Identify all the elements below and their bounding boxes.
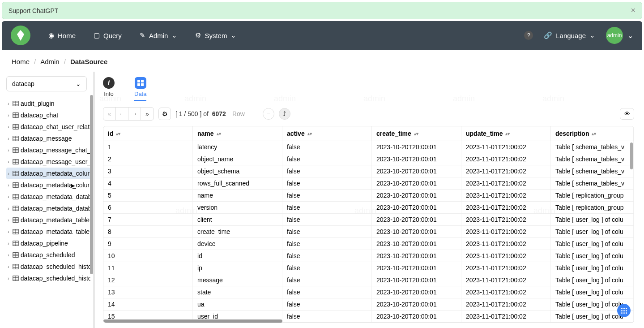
table-row[interactable]: 4rows_full_scannedfalse2023-10-20T20:00:… [103,177,634,190]
cell-create-time: 2023-10-20T20:00:01 [372,190,461,201]
cell-create-time: 2023-10-20T20:00:01 [372,165,461,177]
table-tree: ›audit_plugin›datacap_chat›datacap_chat_… [6,98,90,284]
cell-active: false [282,298,372,310]
table-icon [13,240,19,246]
breadcrumb-current: DataSource [70,58,107,65]
tree-item[interactable]: ›datacap_pipeline [6,237,90,249]
database-select[interactable]: datacap ⌄ [6,76,87,91]
language-selector[interactable]: 🔗 Language ⌄ [544,31,595,39]
table-row[interactable]: 14uafalse2023-10-20T20:00:012023-11-01T2… [103,298,634,311]
nav-home-label: Home [58,32,76,39]
view-button[interactable]: 👁 [620,108,634,120]
cell-name: name [193,190,282,201]
cell-active: false [282,177,372,189]
nav-home[interactable]: ◉ Home [48,31,76,39]
cell-name: create_time [193,226,282,237]
page-last-button[interactable]: » [141,108,154,120]
caret-icon: › [6,194,11,199]
column-header-description[interactable]: description▴▾ [551,126,634,141]
svg-rect-64 [137,80,140,82]
tree-item[interactable]: ›datacap_message_chat_ [6,144,90,156]
tree-item[interactable]: ›datacap_chat_user_relati [6,121,90,133]
table-row[interactable]: 13statefalse2023-10-20T20:00:012023-11-0… [103,286,634,298]
settings-button[interactable]: ⚙ [158,108,171,120]
tree-item[interactable]: ›datacap_metadata_datab [6,191,90,203]
cell-active: false [282,238,372,250]
nav-system[interactable]: ⚙ System ⌄ [195,31,236,39]
page-next-button[interactable]: → [128,108,141,120]
table-row[interactable]: 8create_timefalse2023-10-20T20:00:012023… [103,226,634,238]
tree-item[interactable]: ›datacap_message [6,133,90,144]
cell-create-time: 2023-10-20T20:00:01 [372,274,461,286]
column-header-id[interactable]: id▴▾ [103,126,193,141]
table-row[interactable]: 1latencyfalse2023-10-20T20:00:012023-11-… [103,141,634,153]
table-row[interactable]: 6versionfalse2023-10-20T20:00:012023-11-… [103,202,634,214]
table-scrollbar-horizontal[interactable] [103,319,282,323]
table-row[interactable]: 5namefalse2023-10-20T20:00:012023-11-01T… [103,190,634,202]
tree-item-label: datacap_scheduled_histo [21,263,90,270]
breadcrumb-admin[interactable]: Admin [40,58,60,65]
app-logo[interactable] [11,26,30,45]
page-prev-button[interactable]: ← [116,108,128,120]
cell-update-time: 2023-11-01T21:00:02 [461,274,551,286]
upload-icon: ⤴ [283,110,286,117]
tree-item[interactable]: ›datacap_scheduled_histo [6,261,90,272]
column-header-active[interactable]: active▴▾ [282,126,372,141]
nav-admin[interactable]: ✎ Admin ⌄ [140,31,178,39]
cell-id: 12 [103,274,193,286]
tab-info[interactable]: i Info [103,77,115,101]
table-row[interactable]: 2object_namefalse2023-10-20T20:00:012023… [103,153,634,165]
tree-item[interactable]: ›datacap_scheduled_histo [6,272,90,284]
table-scrollbar-vertical[interactable] [630,142,633,169]
admin-icon: ✎ [140,31,145,39]
cell-description: Table [ schema_tables_v [551,141,634,153]
tree-item[interactable]: ›datacap_metadata_colur [6,179,90,191]
breadcrumb-home[interactable]: Home [12,58,30,65]
tree-item[interactable]: ›datacap_chat [6,109,90,121]
tree-item[interactable]: ›datacap_scheduled [6,249,90,261]
cell-description: Table [ user_log ] of colu [551,226,634,237]
table-row[interactable]: 10idfalse2023-10-20T20:00:012023-11-01T2… [103,250,634,262]
column-header-create-time[interactable]: create_time▴▾ [372,126,461,141]
sort-icon: ▴▾ [414,133,418,135]
sidebar-scrollbar-vertical[interactable] [90,95,93,274]
cell-create-time: 2023-10-20T20:00:01 [372,298,461,310]
data-table: id▴▾ name▴▾ active▴▾ create_time▴▾ updat… [103,126,634,323]
cell-id: 13 [103,286,193,298]
caret-icon: › [6,241,11,246]
database-select-value: datacap [12,80,34,87]
tree-item-label: datacap_chat_user_relati [21,123,90,130]
table-row[interactable]: 9devicefalse2023-10-20T20:00:012023-11-0… [103,238,634,250]
cell-active: false [282,250,372,262]
close-icon[interactable]: × [631,6,635,15]
tree-item[interactable]: ›datacap_metadata_table [6,214,90,226]
column-header-update-time[interactable]: update_time▴▾ [461,126,551,141]
cell-update-time: 2023-11-01T21:00:02 [461,177,551,189]
tree-item[interactable]: ›audit_plugin [6,98,90,109]
tree-item[interactable]: ›datacap_metadata_colur [6,168,90,179]
page-first-button[interactable]: « [103,108,116,120]
cell-name: rows_full_scanned [193,177,282,189]
table-row[interactable]: 7clientfalse2023-10-20T20:00:012023-11-0… [103,214,634,226]
table-header: id▴▾ name▴▾ active▴▾ create_time▴▾ updat… [103,126,634,141]
table-row[interactable]: 3object_schemafalse2023-10-20T20:00:0120… [103,165,634,177]
upload-button[interactable]: ⤴ [279,108,290,120]
tree-item[interactable]: ›datacap_metadata_table [6,226,90,237]
tab-data[interactable]: Data [134,77,146,101]
fab-button[interactable] [617,304,631,317]
tree-item[interactable]: ›datacap_message_user_ [6,156,90,168]
table-row[interactable]: 11ipfalse2023-10-20T20:00:012023-11-01T2… [103,262,634,274]
cell-active: false [282,286,372,298]
table-row[interactable]: 12messagefalse2023-10-20T20:00:012023-11… [103,274,634,286]
tree-item[interactable]: ›datacap_metadata_datab [6,203,90,214]
cell-active: false [282,202,372,213]
sort-icon: ▴▾ [307,133,312,135]
nav-query[interactable]: ▢ Query [94,31,122,39]
user-menu[interactable]: admin ⌄ [606,27,633,44]
remove-button[interactable]: − [263,108,274,120]
navbar: ◉ Home ▢ Query ✎ Admin ⌄ ⚙ System ⌄ ? 🔗 … [2,21,642,50]
tab-info-label: Info [104,91,114,97]
caret-icon: › [6,229,11,234]
help-icon[interactable]: ? [524,31,533,40]
column-header-name[interactable]: name▴▾ [193,126,282,141]
